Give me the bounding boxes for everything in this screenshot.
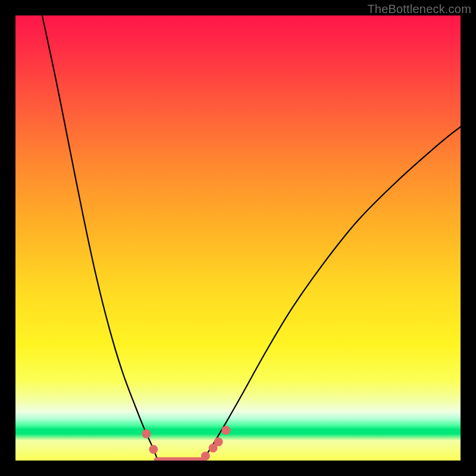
highlight-dot (201, 452, 210, 461)
highlight-dot (142, 430, 151, 439)
highlight-markers (142, 426, 230, 461)
watermark-text: TheBottleneck.com (367, 2, 471, 16)
highlight-dot (149, 445, 158, 454)
curve-right-branch (158, 127, 461, 461)
highlight-dot (214, 437, 223, 446)
curve-left-branch (42, 15, 202, 461)
chart-svg (15, 15, 461, 461)
highlight-dot (221, 426, 230, 435)
chart-frame (15, 15, 461, 461)
